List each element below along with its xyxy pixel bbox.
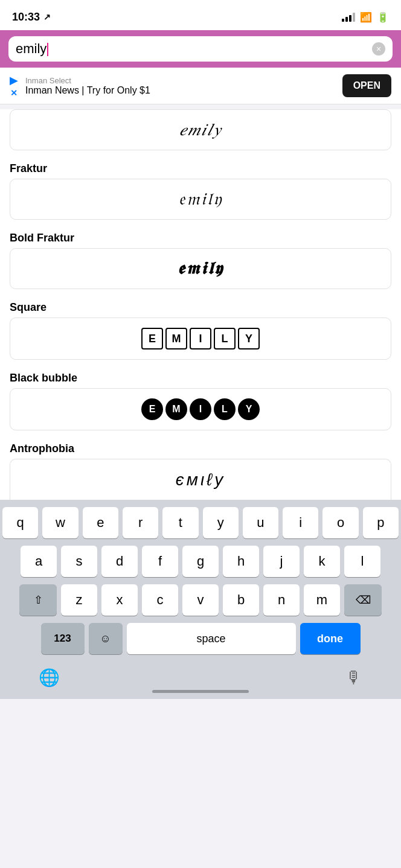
ad-title: Inman News | Try for Only $1 bbox=[25, 85, 335, 96]
keyboard: q w e r t y u i o p a s d f g h j k l ⇧ … bbox=[0, 500, 401, 690]
key-f[interactable]: f bbox=[142, 546, 178, 577]
key-y[interactable]: y bbox=[203, 507, 239, 538]
home-bar bbox=[152, 690, 249, 693]
font-display-bold-fraktur: 𝖊𝖒𝖎𝖑𝖞 bbox=[178, 259, 224, 279]
key-h[interactable]: h bbox=[223, 546, 259, 577]
keyboard-row-2: a s d f g h j k l bbox=[2, 546, 399, 577]
done-key[interactable]: done bbox=[300, 623, 361, 654]
ad-banner: ▶ ✕ Inman Select Inman News | Try for On… bbox=[0, 68, 401, 104]
content-area: 𝑒𝑚𝑖𝑙𝑦 Fraktur 𝔢𝔪𝔦𝔩𝔶 Bold Fraktur 𝖊𝖒𝖎𝖑𝖞 S… bbox=[0, 109, 401, 500]
font-display-bubble: E M I L Y bbox=[141, 398, 260, 420]
font-result-fraktur[interactable]: 𝔢𝔪𝔦𝔩𝔶 bbox=[10, 179, 391, 220]
bubble-char-m: M bbox=[165, 398, 187, 420]
text-cursor bbox=[47, 43, 48, 56]
bubble-char-i: I bbox=[190, 398, 211, 420]
mic-icon[interactable]: 🎙 bbox=[345, 668, 362, 688]
bubble-char-l: L bbox=[214, 398, 236, 420]
square-char-m: M bbox=[165, 328, 187, 349]
key-d[interactable]: d bbox=[101, 546, 138, 577]
key-l[interactable]: l bbox=[344, 546, 380, 577]
search-input[interactable]: emily bbox=[16, 41, 367, 57]
time-display: 10:33 bbox=[12, 11, 40, 24]
square-char-y: Y bbox=[238, 328, 260, 349]
backspace-key[interactable]: ⌫ bbox=[344, 584, 382, 616]
key-c[interactable]: c bbox=[142, 584, 178, 616]
key-i[interactable]: i bbox=[283, 507, 318, 538]
square-label: Square bbox=[0, 293, 401, 318]
font-result-bubble[interactable]: E M I L Y bbox=[10, 388, 391, 430]
clear-button[interactable]: × bbox=[372, 42, 385, 56]
black-bubble-label: Black bubble bbox=[0, 363, 401, 388]
key-x[interactable]: x bbox=[101, 584, 138, 616]
ad-open-button[interactable]: OPEN bbox=[342, 74, 391, 97]
signal-icon bbox=[342, 12, 355, 22]
ad-icons: ▶ ✕ bbox=[10, 74, 18, 98]
key-t[interactable]: t bbox=[162, 507, 198, 538]
key-e[interactable]: e bbox=[83, 507, 118, 538]
bold-fraktur-label: Bold Fraktur bbox=[0, 223, 401, 248]
ad-play-icon: ▶ bbox=[10, 74, 18, 87]
wifi-icon: 📶 bbox=[360, 11, 372, 23]
key-z[interactable]: z bbox=[61, 584, 97, 616]
key-v[interactable]: v bbox=[182, 584, 219, 616]
location-arrow-icon: ↗ bbox=[43, 12, 51, 22]
square-char-l: L bbox=[214, 328, 236, 349]
globe-icon[interactable]: 🌐 bbox=[39, 668, 60, 688]
font-display-cursive: 𝑒𝑚𝑖𝑙𝑦 bbox=[179, 120, 222, 140]
key-q[interactable]: q bbox=[2, 507, 38, 538]
keyboard-row-1: q w e r t y u i o p bbox=[2, 507, 399, 538]
key-b[interactable]: b bbox=[223, 584, 259, 616]
space-key[interactable]: space bbox=[127, 623, 296, 654]
font-result-cursive[interactable]: 𝑒𝑚𝑖𝑙𝑦 bbox=[10, 109, 391, 150]
search-input-wrapper[interactable]: emily × bbox=[8, 36, 393, 62]
ad-text: Inman Select Inman News | Try for Only $… bbox=[25, 76, 335, 96]
key-p[interactable]: p bbox=[363, 507, 399, 538]
font-display-antrophobia: ємιℓу bbox=[176, 470, 225, 490]
ad-close-icon[interactable]: ✕ bbox=[10, 88, 18, 98]
key-s[interactable]: s bbox=[61, 546, 97, 577]
antrophobia-label: Antrophobia bbox=[0, 434, 401, 459]
key-n[interactable]: n bbox=[263, 584, 300, 616]
clear-icon: × bbox=[376, 44, 381, 54]
font-display-square: E M I L Y bbox=[141, 328, 260, 349]
emoji-key[interactable]: ☺ bbox=[89, 623, 123, 654]
key-g[interactable]: g bbox=[182, 546, 219, 577]
status-bar: 10:33 ↗ 📶 🔋 bbox=[0, 0, 401, 30]
key-w[interactable]: w bbox=[42, 507, 78, 538]
fraktur-label: Fraktur bbox=[0, 154, 401, 179]
search-text: emily bbox=[16, 41, 47, 56]
keyboard-row-4: 123 ☺ space done bbox=[2, 623, 399, 654]
numbers-key[interactable]: 123 bbox=[41, 623, 85, 654]
bottom-bar: 🌐 🎙 bbox=[2, 662, 399, 690]
shift-key[interactable]: ⇧ bbox=[19, 584, 57, 616]
key-m[interactable]: m bbox=[304, 584, 340, 616]
key-a[interactable]: a bbox=[21, 546, 57, 577]
home-indicator bbox=[0, 690, 401, 699]
battery-icon: 🔋 bbox=[377, 11, 389, 23]
ad-select-label: Inman Select bbox=[25, 76, 335, 85]
status-icons: 📶 🔋 bbox=[342, 11, 389, 23]
status-time: 10:33 ↗ bbox=[12, 11, 51, 24]
key-j[interactable]: j bbox=[263, 546, 300, 577]
search-bar: emily × bbox=[0, 30, 401, 68]
square-char-i: I bbox=[190, 328, 211, 349]
bubble-char-y: Y bbox=[238, 398, 260, 420]
font-result-antrophobia[interactable]: ємιℓу bbox=[10, 459, 391, 500]
font-display-fraktur: 𝔢𝔪𝔦𝔩𝔶 bbox=[178, 190, 223, 209]
font-result-bold-fraktur[interactable]: 𝖊𝖒𝖎𝖑𝖞 bbox=[10, 248, 391, 289]
square-char-e: E bbox=[141, 328, 163, 349]
font-result-square[interactable]: E M I L Y bbox=[10, 318, 391, 360]
keyboard-row-3: ⇧ z x c v b n m ⌫ bbox=[2, 584, 399, 616]
key-u[interactable]: u bbox=[243, 507, 278, 538]
key-r[interactable]: r bbox=[123, 507, 158, 538]
key-k[interactable]: k bbox=[304, 546, 340, 577]
bubble-char-e: E bbox=[141, 398, 163, 420]
key-o[interactable]: o bbox=[322, 507, 358, 538]
